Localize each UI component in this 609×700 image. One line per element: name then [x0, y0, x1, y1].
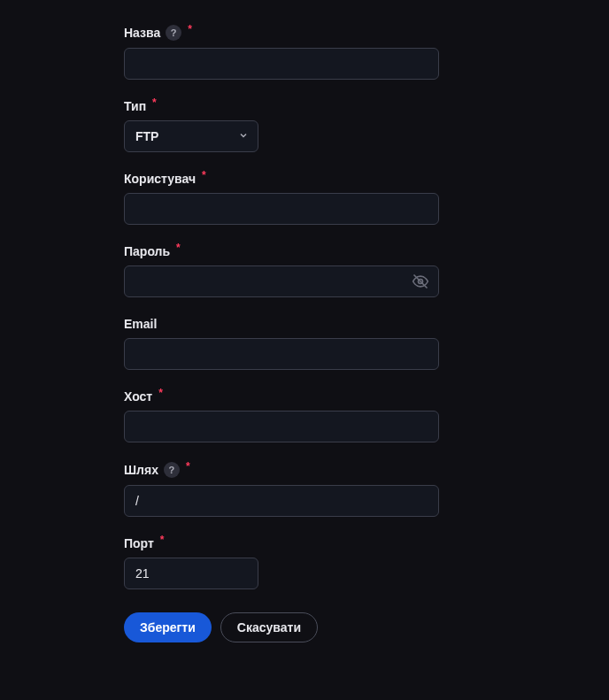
email-label: Email [124, 317, 157, 331]
required-mark: * [158, 387, 163, 399]
required-mark: * [176, 242, 181, 254]
type-select-value: FTP [135, 129, 158, 143]
port-input[interactable] [124, 558, 258, 589]
password-input[interactable] [135, 274, 412, 288]
user-input[interactable] [124, 193, 439, 225]
name-input[interactable] [124, 48, 439, 80]
required-mark: * [202, 169, 206, 181]
name-label: Назва [124, 26, 160, 40]
required-mark: * [152, 96, 157, 109]
path-input[interactable] [124, 485, 439, 517]
required-mark: * [186, 460, 190, 473]
email-input[interactable] [124, 338, 439, 370]
help-icon[interactable]: ? [166, 25, 181, 41]
eye-off-icon[interactable] [412, 273, 429, 290]
cancel-button[interactable]: Скасувати [220, 612, 318, 642]
chevron-down-icon [238, 128, 249, 144]
help-icon[interactable]: ? [164, 462, 180, 478]
password-label: Пароль [124, 244, 170, 258]
save-button[interactable]: Зберегти [124, 612, 212, 642]
required-mark: * [188, 23, 192, 35]
host-label: Хост [124, 389, 152, 404]
required-mark: * [160, 534, 165, 546]
type-label: Тип [124, 99, 146, 113]
host-input[interactable] [124, 411, 439, 442]
port-label: Порт [124, 536, 154, 550]
path-label: Шлях [124, 463, 158, 477]
user-label: Користувач [124, 172, 196, 186]
type-select[interactable]: FTP [124, 120, 258, 152]
